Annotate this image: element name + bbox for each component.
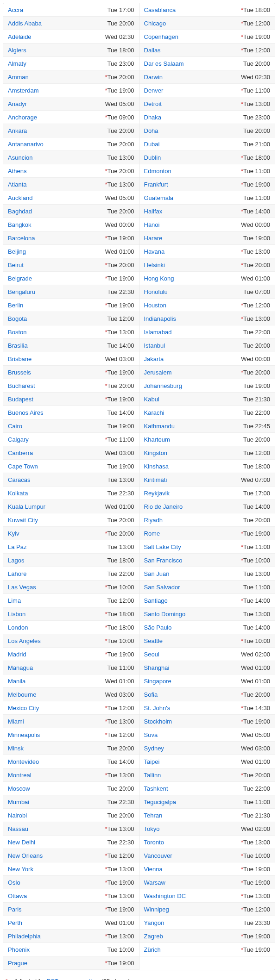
city-link[interactable]: Tokyo — [144, 825, 241, 832]
city-link[interactable]: Istanbul — [144, 342, 243, 349]
city-link[interactable]: Indianapolis — [144, 315, 240, 322]
city-link[interactable]: Buenos Aires — [8, 409, 107, 416]
city-link[interactable]: Bogota — [8, 315, 107, 322]
city-link[interactable]: Algiers — [8, 47, 107, 54]
city-link[interactable]: Atlanta — [8, 181, 104, 188]
city-link[interactable]: Boston — [8, 329, 104, 336]
city-link[interactable]: New Orleans — [8, 852, 104, 859]
city-link[interactable]: Athens — [8, 168, 104, 175]
city-link[interactable]: Frankfurt — [144, 181, 240, 188]
city-link[interactable]: Winnipeg — [144, 906, 240, 913]
city-link[interactable]: Antananarivo — [8, 141, 107, 148]
city-link[interactable]: Mexico City — [8, 705, 104, 712]
city-link[interactable]: Riyadh — [144, 517, 243, 524]
city-link[interactable]: Zagreb — [144, 933, 240, 940]
city-link[interactable]: Melbourne — [8, 691, 105, 698]
city-link[interactable]: Kyiv — [8, 530, 104, 537]
city-link[interactable]: Calgary — [8, 436, 104, 443]
city-link[interactable]: Casablanca — [144, 6, 240, 13]
city-link[interactable]: Oslo — [8, 879, 104, 886]
city-link[interactable]: Lahore — [8, 570, 107, 577]
city-link[interactable]: Brisbane — [8, 356, 105, 362]
city-link[interactable]: Jakarta — [144, 356, 241, 362]
city-link[interactable]: Suva — [144, 731, 241, 738]
city-link[interactable]: Vienna — [144, 866, 240, 873]
city-link[interactable]: Bucharest — [8, 382, 104, 389]
city-link[interactable]: Adelaide — [8, 33, 105, 40]
city-link[interactable]: Las Vegas — [8, 584, 104, 591]
city-link[interactable]: San Juan — [144, 570, 243, 577]
city-link[interactable]: Dar es Salaam — [144, 60, 243, 67]
city-link[interactable]: Prague — [8, 960, 104, 967]
city-link[interactable]: Salt Lake City — [144, 543, 240, 550]
city-link[interactable]: Yangon — [144, 919, 243, 926]
city-link[interactable]: Shanghai — [144, 664, 241, 671]
city-link[interactable]: Canberra — [8, 449, 105, 456]
city-link[interactable]: Dallas — [144, 47, 240, 54]
city-link[interactable]: Sofia — [144, 691, 240, 698]
city-link[interactable]: Helsinki — [144, 262, 240, 268]
city-link[interactable]: Ankara — [8, 127, 107, 134]
city-link[interactable]: Addis Ababa — [8, 20, 107, 27]
city-link[interactable]: Amman — [8, 74, 104, 81]
city-link[interactable]: Bangkok — [8, 221, 105, 228]
city-link[interactable]: Kinshasa — [144, 463, 243, 470]
city-link[interactable]: Seoul — [144, 651, 241, 658]
city-link[interactable]: Kabul — [144, 396, 243, 403]
city-link[interactable]: Brussels — [8, 369, 104, 376]
city-link[interactable]: Nairobi — [8, 812, 107, 819]
city-link[interactable]: New York — [8, 866, 104, 873]
city-link[interactable]: Anadyr — [8, 100, 105, 107]
city-link[interactable]: Manila — [8, 678, 105, 685]
city-link[interactable]: Islamabad — [144, 329, 243, 336]
city-link[interactable]: Guatemala — [144, 194, 243, 201]
city-link[interactable]: Kuwait City — [8, 517, 107, 524]
city-link[interactable]: Dublin — [144, 154, 240, 161]
city-link[interactable]: Asuncion — [8, 154, 107, 161]
city-link[interactable]: Kingston — [144, 449, 243, 456]
city-link[interactable]: Berlin — [8, 302, 104, 309]
city-link[interactable]: Tallinn — [144, 772, 240, 779]
city-link[interactable]: Zürich — [144, 946, 240, 953]
city-link[interactable]: Philadelphia — [8, 933, 104, 940]
city-link[interactable]: Montevideo — [8, 758, 107, 765]
city-link[interactable]: Managua — [8, 664, 107, 671]
city-link[interactable]: Detroit — [144, 100, 240, 107]
city-link[interactable]: Kuala Lumpur — [8, 503, 105, 510]
city-link[interactable]: Nassau — [8, 825, 104, 832]
city-link[interactable]: Auckland — [8, 194, 105, 201]
city-link[interactable]: Taipei — [144, 758, 241, 765]
city-link[interactable]: Anchorage — [8, 114, 104, 121]
city-link[interactable]: Ottawa — [8, 893, 104, 899]
city-link[interactable]: Beirut — [8, 262, 104, 268]
city-link[interactable]: Paris — [8, 906, 104, 913]
city-link[interactable]: Brasilia — [8, 342, 107, 349]
city-link[interactable]: Hong Kong — [144, 275, 241, 282]
city-link[interactable]: Santo Domingo — [144, 611, 243, 618]
city-link[interactable]: San Salvador — [144, 584, 243, 591]
city-link[interactable]: Bengaluru — [8, 288, 107, 295]
city-link[interactable]: Beijing — [8, 248, 105, 255]
city-link[interactable]: St. John's — [144, 705, 240, 712]
city-link[interactable]: San Francisco — [144, 557, 240, 564]
city-link[interactable]: Reykjavik — [144, 490, 243, 497]
city-link[interactable]: Madrid — [8, 651, 104, 658]
city-link[interactable]: Copenhagen — [144, 33, 240, 40]
city-link[interactable]: Honolulu — [144, 288, 243, 295]
city-link[interactable]: Karachi — [144, 409, 243, 416]
city-link[interactable]: Budapest — [8, 396, 104, 403]
city-link[interactable]: Lisbon — [8, 611, 104, 618]
city-link[interactable]: Phoenix — [8, 946, 107, 953]
city-link[interactable]: Washington DC — [144, 893, 240, 899]
city-link[interactable]: Chicago — [144, 20, 240, 27]
city-link[interactable]: Havana — [144, 248, 240, 255]
city-link[interactable]: Jerusalem — [144, 369, 240, 376]
city-link[interactable]: Caracas — [8, 476, 107, 483]
city-link[interactable]: Minsk — [8, 745, 107, 752]
city-link[interactable]: Halifax — [144, 208, 240, 215]
city-link[interactable]: Darwin — [144, 74, 241, 81]
city-link[interactable]: Rio de Janeiro — [144, 503, 243, 510]
city-link[interactable]: Perth — [8, 919, 105, 926]
city-link[interactable]: Belgrade — [8, 275, 104, 282]
city-link[interactable]: Santiago — [144, 597, 240, 604]
